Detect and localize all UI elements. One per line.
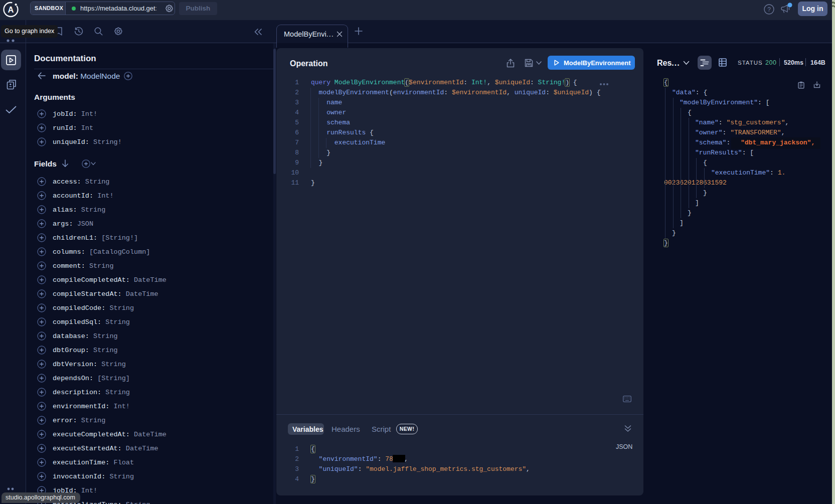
svg-text:A: A [8,5,14,14]
svg-text:?: ? [767,6,771,13]
